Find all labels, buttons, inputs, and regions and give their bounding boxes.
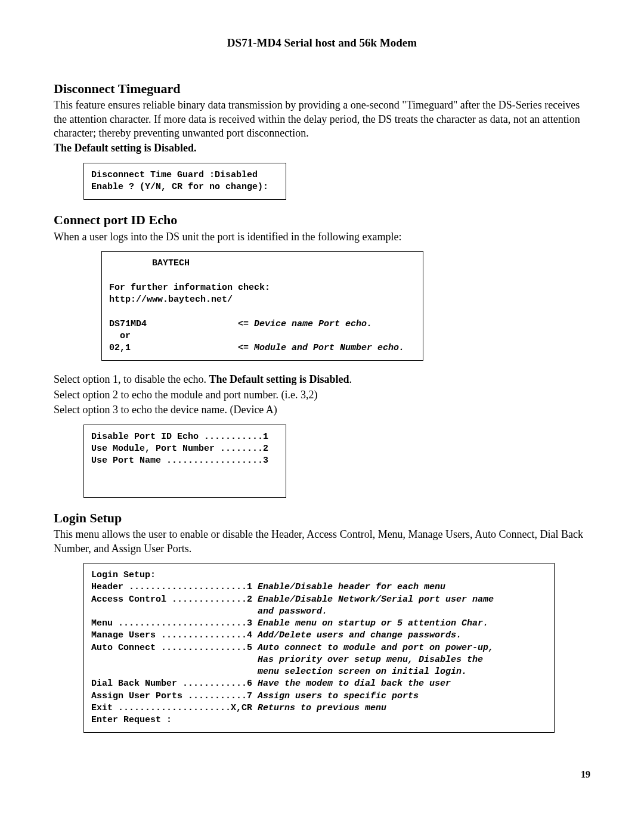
code-line: Assign User Ports ...........7: [91, 691, 258, 701]
code-line-italic: Enable/Disable header for each menu: [258, 582, 445, 592]
echo-option-2-line: Select option 2 to echo the module and p…: [54, 388, 590, 402]
code-line-italic: Has priority over setup menu, Disables t…: [91, 655, 483, 665]
code-line: Exit .....................X,CR: [91, 703, 258, 713]
echo-option-1-line: Select option 1, to disable the echo. Th…: [54, 373, 590, 386]
code-line-italic: Enable/Disable Network/Serial port user …: [258, 594, 494, 605]
code-line-italic: Have the modem to dial back the user: [258, 679, 451, 689]
code-line-italic: Assign users to specific ports: [258, 691, 419, 701]
text-fragment: .: [349, 373, 352, 385]
code-line-italic: Enable menu on startup or 5 attention Ch…: [258, 618, 488, 628]
code-line-italic: <= Module and Port Number echo.: [238, 343, 404, 353]
text-fragment-bold: The Default setting is Disabled: [209, 373, 349, 385]
text-fragment: Select option 1, to disable the echo.: [54, 373, 209, 385]
code-line: Header ......................1: [91, 582, 258, 592]
code-line: Disconnect Time Guard :Disabled: [91, 170, 258, 180]
section-login-setup-para: This menu allows the user to enable or d…: [54, 528, 590, 556]
code-line-italic: <= Device name Port echo.: [238, 319, 372, 329]
section-connect-port-id-echo-heading: Connect port ID Echo: [54, 212, 590, 229]
section-connect-port-id-echo-para: When a user logs into the DS unit the po…: [54, 230, 590, 244]
section-disconnect-timeguard-para: This feature ensures reliable binary dat…: [54, 98, 590, 140]
login-setup-menu-box: Login Setup: Header ....................…: [83, 563, 555, 733]
code-line: Enable ? (Y/N, CR for no change):: [91, 182, 268, 192]
section-disconnect-timeguard-heading: Disconnect Timeguard: [54, 80, 590, 98]
code-line-italic: Returns to previous menu: [258, 703, 386, 713]
code-line: DS71MD4: [109, 319, 238, 329]
echo-example-box: BAYTECH For further information check: h…: [101, 251, 423, 361]
code-line: Use Port Name ..................3: [91, 456, 268, 466]
code-line: Auto Connect ................5: [91, 643, 258, 653]
code-line-italic: menu selection screen on initial login.: [91, 667, 467, 677]
code-line: 02,1: [109, 343, 238, 353]
code-line: Manage Users ................4: [91, 630, 258, 640]
section-disconnect-timeguard-default: The Default setting is Disabled.: [54, 141, 590, 155]
code-line-italic: Auto connect to module and port on power…: [258, 643, 494, 653]
section-login-setup-heading: Login Setup: [54, 510, 590, 527]
code-line: http://www.baytech.net/: [109, 295, 233, 305]
page-number: 19: [54, 769, 590, 781]
code-line: BAYTECH: [109, 258, 190, 268]
timeguard-terminal-box: Disconnect Time Guard :Disabled Enable ?…: [83, 163, 286, 200]
echo-menu-box: Disable Port ID Echo ...........1 Use Mo…: [83, 425, 286, 498]
code-line: Menu ........................3: [91, 618, 258, 628]
code-line-italic: Add/Delete users and change passwords.: [258, 630, 462, 640]
code-line: Access Control ..............2: [91, 594, 258, 605]
code-line: Disable Port ID Echo ...........1: [91, 432, 268, 442]
code-line: For further information check:: [109, 283, 270, 293]
echo-option-3-line: Select option 3 to echo the device name.…: [54, 403, 590, 417]
code-line: Login Setup:: [91, 570, 156, 580]
code-line: Dial Back Number ............6: [91, 679, 258, 689]
code-line: or: [109, 331, 131, 341]
code-line: Use Module, Port Number ........2: [91, 444, 268, 454]
code-line-italic: and password.: [91, 606, 327, 617]
code-line: Enter Request :: [91, 715, 172, 725]
page-header-title: DS71-MD4 Serial host and 56k Modem: [54, 36, 590, 51]
